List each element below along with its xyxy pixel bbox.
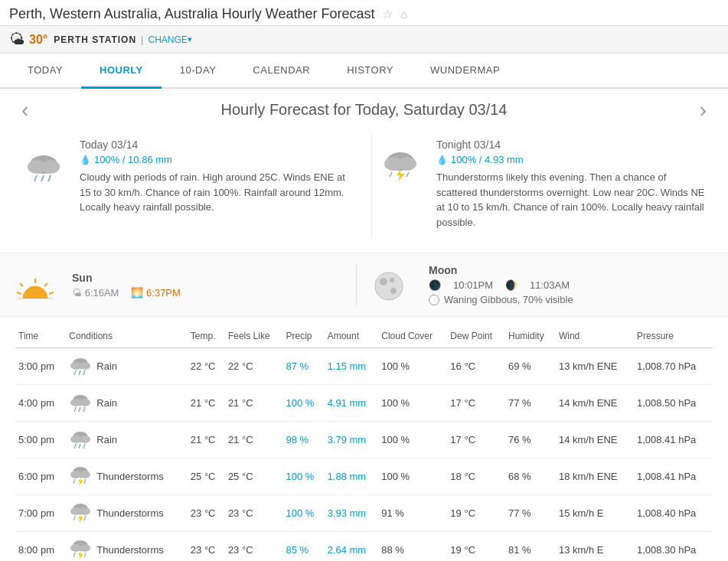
precip-pct-link[interactable]: 98 % xyxy=(286,434,309,445)
moon-info: Moon 🌑 10:01PM 🌒 11:03AM Waning Gibbous,… xyxy=(429,264,573,305)
today-content: Today 03/14 💧 100% / 10.86 mm Cloudy wit… xyxy=(80,139,348,230)
precip-amt-link[interactable]: 3.93 mm xyxy=(328,507,367,519)
cell-time: 8:00 pm xyxy=(15,532,66,562)
cell-pressure: 1,008.70 hPa xyxy=(634,348,713,385)
precip-amt-link[interactable]: 4.91 mm xyxy=(328,397,367,409)
cell-precip: 100 % xyxy=(283,495,325,532)
page-title: Perth, Western Australia, Australia Hour… xyxy=(9,6,375,21)
forecast-nav: ‹ Hourly Forecast for Today, Saturday 03… xyxy=(0,89,728,131)
tab-today[interactable]: TODAY xyxy=(9,54,81,89)
precip-pct-link[interactable]: 100 % xyxy=(286,507,315,519)
cell-time: 3:00 pm xyxy=(15,348,66,385)
cell-temp: 21 °C xyxy=(188,385,225,422)
cell-time: 4:00 pm xyxy=(15,385,66,422)
cell-condition: Rain xyxy=(66,422,188,458)
svg-line-17 xyxy=(17,292,21,294)
svg-line-3 xyxy=(34,175,37,181)
precip-pct-link[interactable]: 100 % xyxy=(286,397,315,409)
cell-feels-like: 23 °C xyxy=(225,495,283,532)
cell-dew-point: 17 °C xyxy=(447,422,505,458)
svg-line-15 xyxy=(20,283,23,286)
station-name: PERTH STATION xyxy=(54,34,136,45)
moon-label: Moon xyxy=(429,264,573,276)
svg-line-27 xyxy=(83,370,85,375)
condition-label: Thunderstorms xyxy=(96,507,163,519)
cell-precip: 98 % xyxy=(283,422,325,458)
today-panel: Today 03/14 💧 100% / 10.86 mm Cloudy wit… xyxy=(15,131,356,237)
condition-label: Thunderstorms xyxy=(96,544,163,556)
precip-pct-link[interactable]: 100 % xyxy=(286,471,315,482)
cell-precip: 100 % xyxy=(283,385,325,422)
home-icon[interactable]: ⌂ xyxy=(400,8,408,21)
precip-amt-link[interactable]: 1.88 mm xyxy=(328,471,367,482)
svg-point-30 xyxy=(80,399,90,406)
svg-line-38 xyxy=(79,444,80,448)
precip-pct-link[interactable]: 87 % xyxy=(286,360,309,372)
tab-10day[interactable]: 10-DAY xyxy=(162,54,235,89)
cell-feels-like: 21 °C xyxy=(225,422,283,458)
tab-hourly[interactable]: HOURLY xyxy=(81,54,162,89)
raindrop-icon-2: 💧 xyxy=(436,155,448,165)
cell-amount: 3.79 mm xyxy=(325,422,379,458)
condition-label: Rain xyxy=(96,434,117,445)
change-station-link[interactable]: CHANGE xyxy=(148,34,187,45)
cell-amount: 3.93 mm xyxy=(325,495,379,532)
weather-table-wrap: Time Conditions Temp. Feels Like Precip … xyxy=(0,317,728,561)
svg-line-50 xyxy=(73,516,75,520)
condition-label: Thunderstorms xyxy=(96,471,163,482)
sunset-time: 🌅 6:37PM xyxy=(131,287,180,298)
table-row: 7:00 pm Thunderstorms 23 °C 23 °C 100 % … xyxy=(15,495,713,532)
cell-feels-like: 23 °C xyxy=(225,532,283,562)
cell-humidity: 77 % xyxy=(505,385,556,422)
chevron-down-icon: ▾ xyxy=(188,34,192,44)
th-feels-like: Feels Like xyxy=(225,325,283,348)
precip-amt-link[interactable]: 3.79 mm xyxy=(328,434,367,445)
cell-pressure: 1,008.50 hPa xyxy=(634,385,713,422)
precip-amt-link[interactable]: 1.15 mm xyxy=(328,360,367,372)
tab-calendar[interactable]: CALENDAR xyxy=(234,54,328,89)
cell-cloud-cover: 100 % xyxy=(378,422,447,458)
svg-point-18 xyxy=(375,272,403,300)
condition-icon xyxy=(69,537,92,561)
cell-dew-point: 19 °C xyxy=(447,495,505,532)
cell-cloud-cover: 100 % xyxy=(378,458,447,495)
next-day-arrow[interactable]: › xyxy=(694,92,713,129)
svg-line-56 xyxy=(73,553,75,557)
tonight-precip-link[interactable]: 100% / 4.93 mm xyxy=(451,154,524,165)
condition-icon xyxy=(69,464,92,489)
cell-condition: Thunderstorms xyxy=(66,532,188,562)
cell-precip: 87 % xyxy=(283,348,325,385)
moon-set-icon: 🌒 xyxy=(505,279,517,291)
tab-history[interactable]: HISTORY xyxy=(328,54,412,89)
cell-wind: 14 km/h ENE xyxy=(556,422,634,458)
forecast-title: Hourly Forecast for Today, Saturday 03/1… xyxy=(221,101,508,119)
svg-line-11 xyxy=(406,172,409,177)
precip-amt-link[interactable]: 2.64 mm xyxy=(328,544,367,556)
cell-wind: 13 km/h E xyxy=(556,532,634,562)
svg-point-19 xyxy=(380,278,387,285)
condition-label: Rain xyxy=(96,397,117,409)
svg-point-42 xyxy=(80,471,90,478)
sun-icon: 🌤 xyxy=(9,31,24,48)
table-row: 4:00 pm Rain 21 °C 21 °C 100 % 4.91 mm 1… xyxy=(15,385,713,422)
forecast-summary: Today 03/14 💧 100% / 10.86 mm Cloudy wit… xyxy=(0,131,728,253)
today-description: Cloudy with periods of rain. High around… xyxy=(80,170,348,215)
raindrop-icon: 💧 xyxy=(80,155,91,165)
tonight-precip: 💧 100% / 4.93 mm xyxy=(436,154,705,165)
svg-point-20 xyxy=(390,288,397,294)
svg-line-39 xyxy=(83,444,85,448)
svg-point-41 xyxy=(70,471,81,478)
svg-marker-43 xyxy=(78,478,83,486)
th-cloud-cover: Cloud Cover xyxy=(378,325,447,348)
cell-dew-point: 16 °C xyxy=(447,348,505,385)
cell-amount: 2.64 mm xyxy=(325,532,379,562)
star-icon[interactable]: ☆ xyxy=(382,8,393,21)
cell-temp: 25 °C xyxy=(188,458,225,495)
today-precip-link[interactable]: 100% / 10.86 mm xyxy=(94,154,172,165)
tab-wundermap[interactable]: WUNDERMAP xyxy=(412,54,518,89)
prev-day-arrow[interactable]: ‹ xyxy=(15,92,34,129)
th-time: Time xyxy=(15,325,66,348)
svg-line-5 xyxy=(48,175,51,181)
precip-pct-link[interactable]: 85 % xyxy=(286,544,309,556)
svg-line-25 xyxy=(74,370,76,375)
